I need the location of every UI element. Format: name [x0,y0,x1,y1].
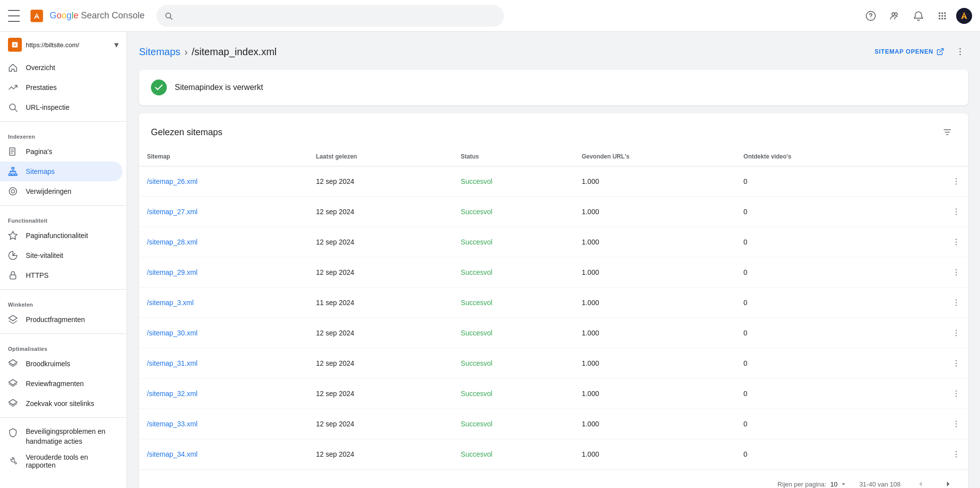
build-icon [8,456,18,466]
menu-icon[interactable] [8,10,20,22]
breadcrumb-parent[interactable]: Sitemaps [139,46,180,58]
sidebar-item-zoekvak[interactable]: Zoekvak voor sitelinks [0,394,123,413]
cell-videos: 0 [736,379,898,409]
apps-icon[interactable] [932,6,952,26]
col-status: Status [453,149,574,166]
svg-point-57 [956,332,957,333]
site-url: https://biltsite.com/ [26,41,110,49]
site-selector[interactable]: https://biltsite.com/ ▾ [0,32,127,58]
section-label-functionaliteit: Functionaliteit [0,210,127,226]
sidebar-item-reviewfragmenten[interactable]: Reviewfragmenten [0,374,123,394]
svg-point-54 [956,302,957,303]
status-success-icon [151,80,167,95]
table-card: Gelezen sitemaps Sitemap Laatst gelezen … [139,113,968,488]
svg-point-4 [870,17,871,18]
svg-point-9 [944,12,946,14]
cell-last-read: 12 sep 2024 [308,379,453,409]
sidebar-item-https[interactable]: HTTPS [0,265,123,285]
row-more-button[interactable] [948,386,964,402]
row-more-button[interactable] [948,446,964,462]
svg-point-55 [956,305,957,306]
sidebar-item-verwijderingen[interactable]: Verwijderingen [0,181,123,201]
row-more-button[interactable] [948,416,964,432]
svg-marker-33 [9,400,17,405]
svg-point-26 [11,190,15,193]
row-more-button[interactable] [948,173,964,189]
help-button[interactable] [861,6,881,26]
avatar[interactable] [956,8,972,24]
table-row: /sitemap_32.xml 12 sep 2024 Succesvol 1.… [139,379,968,409]
cell-found-urls: 1.000 [574,257,736,288]
svg-point-45 [956,211,957,212]
sidebar-item-broodkruimels[interactable]: Broodkruimels [0,354,123,374]
svg-line-19 [15,109,17,112]
sidebar-item-paginas[interactable]: Pagina's [0,142,123,162]
sidebar-item-url-inspectie[interactable]: URL-inspectie [0,97,123,117]
topbar-actions [861,6,972,26]
row-more-button[interactable] [948,355,964,371]
accounts-icon[interactable] [885,6,905,26]
header-more-button[interactable] [952,44,968,60]
sidebar-item-sitemaps[interactable]: Sitemaps [0,162,123,181]
lock-icon [8,270,18,280]
table-title: Gelezen sitemaps [151,127,222,138]
logo-text: Google Search Console [50,10,144,21]
sidebar-item-prestaties[interactable]: Prestaties [0,78,123,97]
sitemap-open-button[interactable]: SITEMAP OPENEN [875,48,944,56]
rows-per-page: Rijen per pagina: 10 [777,480,847,488]
svg-point-7 [939,12,941,14]
notifications-button[interactable] [909,6,928,26]
cell-videos: 0 [736,318,898,348]
row-more-button[interactable] [948,204,964,220]
layers-icon-1 [8,315,18,325]
cell-status: Succesvol [453,318,574,348]
cell-actions [898,166,968,197]
sidebar: https://biltsite.com/ ▾ Overzicht Presta… [0,32,127,488]
svg-point-51 [956,272,957,273]
svg-marker-30 [9,316,17,321]
rows-per-page-select[interactable]: 10 [830,480,847,488]
cell-status: Succesvol [453,227,574,257]
row-more-button[interactable] [948,234,964,250]
sidebar-item-paginafunctionaliteit[interactable]: Paginafunctionaliteit [0,226,123,245]
svg-point-42 [956,181,957,182]
chevron-down-icon: ▾ [114,39,119,50]
row-more-button[interactable] [948,325,964,341]
sidebar-item-productfragmenten[interactable]: Productfragmenten [0,310,123,329]
svg-point-10 [939,15,941,17]
status-message: Sitemapindex is verwerkt [175,83,263,92]
sidebar-item-overzicht[interactable]: Overzicht [0,58,123,78]
table-row: /sitemap_30.xml 12 sep 2024 Succesvol 1.… [139,318,968,348]
svg-point-46 [956,214,957,215]
cell-status: Succesvol [453,197,574,227]
table-row: /sitemap_33.xml 12 sep 2024 Succesvol 1.… [139,409,968,439]
cell-last-read: 11 sep 2024 [308,288,453,318]
svg-marker-31 [9,360,17,365]
filter-button[interactable] [938,123,956,141]
url-inspect-input[interactable] [179,12,496,20]
svg-point-11 [941,15,943,17]
table-row: /sitemap_28.xml 12 sep 2024 Succesvol 1.… [139,227,968,257]
table-row: /sitemap_34.xml 12 sep 2024 Succesvol 1.… [139,439,968,470]
next-page-button[interactable] [940,476,956,488]
cell-sitemap: /sitemap_26.xml [139,166,308,197]
sidebar-item-beveiligingsproblemen[interactable]: Beveiligingsproblemen en handmatige acti… [0,422,123,451]
search-extra-input[interactable] [280,45,330,59]
rows-chevron-icon [840,480,847,488]
cell-last-read: 12 sep 2024 [308,197,453,227]
cell-last-read: 12 sep 2024 [308,439,453,470]
topbar: Google Search Console [0,0,980,32]
section-label-winkelen: Winkelen [0,294,127,310]
cell-found-urls: 1.000 [574,227,736,257]
cell-status: Succesvol [453,257,574,288]
svg-point-69 [956,454,957,455]
cell-actions [898,227,968,257]
prev-page-button[interactable] [912,476,928,488]
row-more-button[interactable] [948,295,964,311]
svg-point-59 [956,360,957,361]
sidebar-item-verouderde-tools[interactable]: Verouderde tools en rapporten [0,451,123,471]
cell-actions [898,288,968,318]
row-more-button[interactable] [948,264,964,280]
col-videos: Ontdekte video's [736,149,898,166]
sidebar-item-site-vitaliteit[interactable]: Site-vitaliteit [0,245,123,265]
